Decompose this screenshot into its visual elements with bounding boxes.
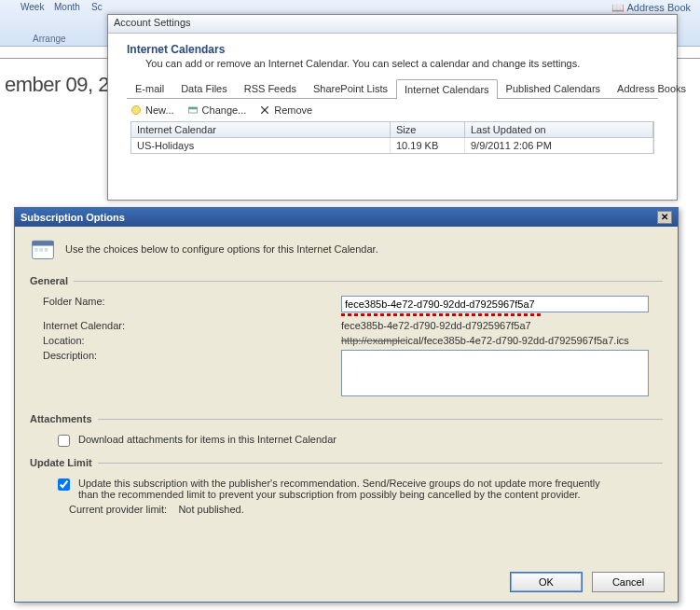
internet-cal-label: Internet Calendar:: [43, 320, 341, 331]
tab-published[interactable]: Published Calendars: [498, 78, 610, 98]
svg-point-0: [132, 106, 141, 115]
remove-button[interactable]: Remove: [259, 104, 312, 116]
provider-limit-row: Current provider limit: Not published.: [69, 504, 663, 515]
change-label: Change...: [202, 104, 247, 116]
provider-limit-label: Current provider limit:: [69, 504, 167, 515]
window-title: Account Settings: [108, 15, 677, 34]
new-icon: [130, 104, 142, 116]
cancel-button[interactable]: Cancel: [592, 572, 665, 592]
update-limit-label: Update this subscription with the publis…: [78, 478, 600, 500]
dialog-title: Subscription Options: [21, 212, 125, 223]
change-icon: [187, 104, 199, 116]
section-heading: Internet Calendars: [127, 43, 658, 56]
location-rest: ical/fece385b-4e72-d790-92dd-d7925967f5a…: [405, 335, 629, 346]
location-redacted: http://example: [341, 335, 405, 346]
svg-rect-6: [33, 241, 54, 245]
remove-icon: [259, 104, 270, 116]
svg-rect-7: [34, 248, 38, 252]
cell-name: US-Holidays: [131, 138, 391, 153]
attachments-heading: Attachments: [30, 413, 92, 424]
update-limit-checkbox[interactable]: [58, 478, 70, 491]
ribbon-sched[interactable]: Sc: [91, 2, 103, 12]
description-input[interactable]: [341, 350, 649, 396]
col-header-name[interactable]: Internet Calendar: [131, 122, 391, 138]
attachments-label: Download attachments for items in this I…: [78, 434, 336, 445]
address-book-label: Address Book: [627, 2, 691, 13]
ribbon-week[interactable]: Week: [21, 2, 44, 12]
change-button[interactable]: Change...: [187, 104, 247, 116]
cell-updated: 9/9/2011 2:06 PM: [465, 138, 653, 153]
subscription-options-dialog: Subscription Options ✕ Use the choices b…: [14, 207, 679, 603]
svg-rect-2: [188, 107, 197, 109]
general-heading: General: [30, 275, 68, 286]
col-header-size[interactable]: Size: [391, 122, 465, 138]
book-icon: 📖: [611, 2, 625, 13]
attachments-checkbox[interactable]: [58, 435, 70, 447]
folder-name-label: Folder Name:: [43, 296, 341, 307]
svg-rect-9: [45, 248, 48, 252]
dialog-title-bar: Subscription Options ✕: [15, 208, 678, 227]
remove-label: Remove: [274, 104, 312, 116]
account-settings-window: Account Settings Internet Calendars You …: [107, 14, 678, 201]
grid-header: Internet Calendar Size Last Updated on: [131, 122, 653, 138]
ribbon-group-label: Arrange: [33, 34, 66, 44]
intro-text: Use the choices below to configure optio…: [65, 243, 378, 255]
tab-sharepoint[interactable]: SharePoint Lists: [305, 78, 396, 98]
address-book-button[interactable]: 📖 Address Book: [611, 2, 691, 14]
new-button[interactable]: New...: [130, 104, 174, 116]
update-heading: Update Limit: [30, 457, 92, 468]
tab-email[interactable]: E-mail: [127, 78, 172, 98]
intro-row: Use the choices below to configure optio…: [30, 236, 663, 262]
spellcheck-underline: [341, 313, 542, 316]
close-button[interactable]: ✕: [657, 211, 672, 224]
col-header-updated[interactable]: Last Updated on: [465, 122, 653, 138]
ribbon-month[interactable]: Month: [54, 2, 80, 12]
table-row[interactable]: US-Holidays 10.19 KB 9/9/2011 2:06 PM: [131, 138, 653, 153]
calendar-icon: [30, 236, 56, 262]
description-label: Description:: [43, 350, 341, 361]
location-value: http://exampleical/fece385b-4e72-d790-92…: [341, 335, 663, 346]
new-label: New...: [145, 104, 174, 116]
tab-strip: E-mail Data Files RSS Feeds SharePoint L…: [127, 78, 658, 99]
svg-rect-8: [40, 248, 44, 252]
tab-internet-calendars[interactable]: Internet Calendars: [396, 79, 498, 99]
folder-name-input[interactable]: [341, 296, 649, 312]
tab-address[interactable]: Address Books: [609, 78, 694, 98]
calendar-grid: Internet Calendar Size Last Updated on U…: [130, 121, 654, 154]
ok-button[interactable]: OK: [510, 572, 583, 592]
location-label: Location:: [43, 335, 341, 346]
internet-cal-value: fece385b-4e72-d790-92dd-d7925967f5a7: [341, 320, 663, 331]
cell-size: 10.19 KB: [391, 138, 465, 153]
section-description: You can add or remove an Internet Calend…: [145, 58, 639, 69]
provider-limit-value: Not published.: [178, 504, 243, 515]
tab-rss[interactable]: RSS Feeds: [236, 78, 305, 98]
tab-data-files[interactable]: Data Files: [172, 78, 236, 98]
toolbar: New... Change... Remove: [130, 104, 654, 116]
